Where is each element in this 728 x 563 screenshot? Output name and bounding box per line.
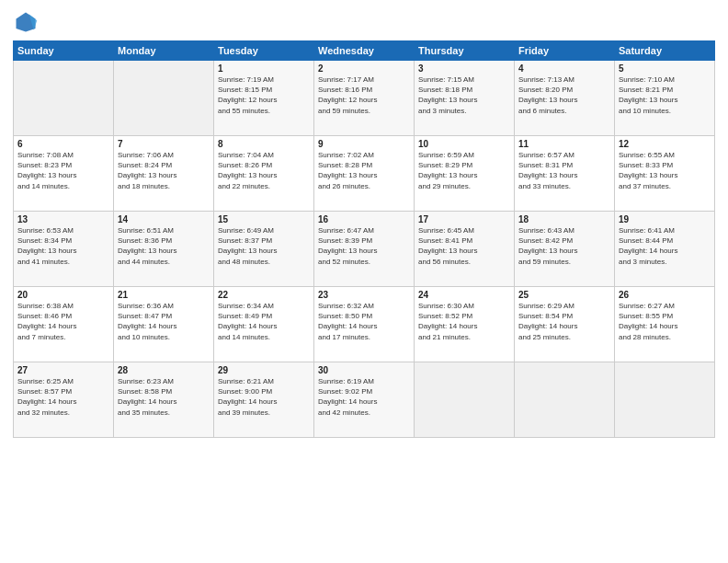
calendar-cell: 26Sunrise: 6:27 AM Sunset: 8:55 PM Dayli… bbox=[615, 287, 715, 362]
weekday-header-friday: Friday bbox=[515, 41, 615, 61]
logo bbox=[13, 9, 42, 35]
day-info: Sunrise: 7:19 AM Sunset: 8:15 PM Dayligh… bbox=[218, 75, 310, 116]
day-info: Sunrise: 6:19 AM Sunset: 9:02 PM Dayligh… bbox=[318, 376, 410, 418]
day-info: Sunrise: 7:15 AM Sunset: 8:18 PM Dayligh… bbox=[418, 75, 510, 116]
weekday-header-tuesday: Tuesday bbox=[214, 41, 314, 61]
calendar-body: 1Sunrise: 7:19 AM Sunset: 8:15 PM Daylig… bbox=[14, 61, 715, 438]
calendar-cell: 4Sunrise: 7:13 AM Sunset: 8:20 PM Daylig… bbox=[515, 61, 615, 136]
calendar-cell: 11Sunrise: 6:57 AM Sunset: 8:31 PM Dayli… bbox=[515, 136, 615, 212]
day-info: Sunrise: 7:13 AM Sunset: 8:20 PM Dayligh… bbox=[518, 75, 610, 116]
day-info: Sunrise: 6:30 AM Sunset: 8:52 PM Dayligh… bbox=[418, 301, 510, 342]
day-number: 23 bbox=[318, 290, 410, 300]
calendar-week-2: 6Sunrise: 7:08 AM Sunset: 8:23 PM Daylig… bbox=[14, 136, 715, 212]
day-number: 18 bbox=[518, 214, 610, 224]
calendar-cell: 10Sunrise: 6:59 AM Sunset: 8:29 PM Dayli… bbox=[415, 136, 515, 212]
day-info: Sunrise: 6:23 AM Sunset: 8:58 PM Dayligh… bbox=[118, 376, 210, 418]
calendar-cell: 13Sunrise: 6:53 AM Sunset: 8:34 PM Dayli… bbox=[14, 212, 114, 287]
day-number: 27 bbox=[17, 365, 109, 375]
day-info: Sunrise: 6:38 AM Sunset: 8:46 PM Dayligh… bbox=[17, 301, 109, 342]
day-number: 26 bbox=[619, 290, 711, 300]
calendar-cell: 17Sunrise: 6:45 AM Sunset: 8:41 PM Dayli… bbox=[415, 212, 515, 287]
day-info: Sunrise: 6:53 AM Sunset: 8:34 PM Dayligh… bbox=[17, 225, 109, 267]
day-number: 4 bbox=[518, 63, 610, 74]
calendar-cell: 3Sunrise: 7:15 AM Sunset: 8:18 PM Daylig… bbox=[415, 61, 515, 136]
calendar-cell: 29Sunrise: 6:21 AM Sunset: 9:00 PM Dayli… bbox=[214, 362, 314, 438]
calendar-cell: 19Sunrise: 6:41 AM Sunset: 8:44 PM Dayli… bbox=[615, 212, 715, 287]
calendar-week-3: 13Sunrise: 6:53 AM Sunset: 8:34 PM Dayli… bbox=[14, 212, 715, 287]
calendar-cell: 15Sunrise: 6:49 AM Sunset: 8:37 PM Dayli… bbox=[214, 212, 314, 287]
day-number: 9 bbox=[318, 139, 410, 149]
calendar-cell: 27Sunrise: 6:25 AM Sunset: 8:57 PM Dayli… bbox=[14, 362, 114, 438]
day-number: 11 bbox=[518, 139, 610, 149]
day-number: 16 bbox=[318, 214, 410, 224]
calendar-table: SundayMondayTuesdayWednesdayThursdayFrid… bbox=[13, 40, 715, 438]
calendar-cell: 9Sunrise: 7:02 AM Sunset: 8:28 PM Daylig… bbox=[314, 136, 415, 212]
weekday-header-sunday: Sunday bbox=[14, 41, 114, 61]
day-number: 20 bbox=[17, 290, 109, 300]
day-info: Sunrise: 7:04 AM Sunset: 8:26 PM Dayligh… bbox=[218, 150, 310, 191]
day-info: Sunrise: 6:36 AM Sunset: 8:47 PM Dayligh… bbox=[118, 301, 210, 342]
day-info: Sunrise: 6:27 AM Sunset: 8:55 PM Dayligh… bbox=[619, 301, 711, 342]
calendar-cell: 21Sunrise: 6:36 AM Sunset: 8:47 PM Dayli… bbox=[114, 287, 214, 362]
day-number: 22 bbox=[218, 290, 310, 300]
calendar-week-5: 27Sunrise: 6:25 AM Sunset: 8:57 PM Dayli… bbox=[14, 362, 715, 438]
calendar-cell: 23Sunrise: 6:32 AM Sunset: 8:50 PM Dayli… bbox=[314, 287, 415, 362]
calendar-week-4: 20Sunrise: 6:38 AM Sunset: 8:46 PM Dayli… bbox=[14, 287, 715, 362]
day-number: 24 bbox=[418, 290, 510, 300]
day-number: 8 bbox=[218, 139, 310, 149]
day-number: 30 bbox=[318, 365, 410, 375]
day-number: 2 bbox=[318, 63, 410, 74]
day-info: Sunrise: 6:49 AM Sunset: 8:37 PM Dayligh… bbox=[218, 225, 310, 267]
calendar-cell: 25Sunrise: 6:29 AM Sunset: 8:54 PM Dayli… bbox=[515, 287, 615, 362]
logo-icon bbox=[13, 9, 39, 35]
calendar-cell: 8Sunrise: 7:04 AM Sunset: 8:26 PM Daylig… bbox=[214, 136, 314, 212]
weekday-header-row: SundayMondayTuesdayWednesdayThursdayFrid… bbox=[14, 41, 715, 61]
day-info: Sunrise: 6:45 AM Sunset: 8:41 PM Dayligh… bbox=[418, 225, 510, 267]
calendar-cell: 6Sunrise: 7:08 AM Sunset: 8:23 PM Daylig… bbox=[14, 136, 114, 212]
header bbox=[13, 9, 715, 35]
page: SundayMondayTuesdayWednesdayThursdayFrid… bbox=[0, 0, 728, 563]
calendar-cell: 1Sunrise: 7:19 AM Sunset: 8:15 PM Daylig… bbox=[214, 61, 314, 136]
day-number: 7 bbox=[118, 139, 210, 149]
calendar-header: SundayMondayTuesdayWednesdayThursdayFrid… bbox=[14, 41, 715, 61]
day-number: 25 bbox=[518, 290, 610, 300]
day-info: Sunrise: 7:08 AM Sunset: 8:23 PM Dayligh… bbox=[17, 150, 109, 191]
calendar-cell: 24Sunrise: 6:30 AM Sunset: 8:52 PM Dayli… bbox=[415, 287, 515, 362]
day-number: 14 bbox=[118, 214, 210, 224]
calendar-cell: 12Sunrise: 6:55 AM Sunset: 8:33 PM Dayli… bbox=[615, 136, 715, 212]
weekday-header-thursday: Thursday bbox=[415, 41, 515, 61]
calendar-cell: 18Sunrise: 6:43 AM Sunset: 8:42 PM Dayli… bbox=[515, 212, 615, 287]
day-number: 15 bbox=[218, 214, 310, 224]
day-info: Sunrise: 6:21 AM Sunset: 9:00 PM Dayligh… bbox=[218, 376, 310, 418]
day-number: 28 bbox=[118, 365, 210, 375]
weekday-header-saturday: Saturday bbox=[615, 41, 715, 61]
day-info: Sunrise: 6:29 AM Sunset: 8:54 PM Dayligh… bbox=[518, 301, 610, 342]
calendar-cell bbox=[415, 362, 515, 438]
day-info: Sunrise: 7:10 AM Sunset: 8:21 PM Dayligh… bbox=[619, 75, 711, 116]
calendar-cell: 14Sunrise: 6:51 AM Sunset: 8:36 PM Dayli… bbox=[114, 212, 214, 287]
calendar-cell: 30Sunrise: 6:19 AM Sunset: 9:02 PM Dayli… bbox=[314, 362, 415, 438]
day-info: Sunrise: 7:17 AM Sunset: 8:16 PM Dayligh… bbox=[318, 75, 410, 116]
day-info: Sunrise: 6:41 AM Sunset: 8:44 PM Dayligh… bbox=[619, 225, 711, 267]
calendar-cell: 16Sunrise: 6:47 AM Sunset: 8:39 PM Dayli… bbox=[314, 212, 415, 287]
day-number: 17 bbox=[418, 214, 510, 224]
day-info: Sunrise: 6:47 AM Sunset: 8:39 PM Dayligh… bbox=[318, 225, 410, 267]
day-number: 3 bbox=[418, 63, 510, 74]
day-number: 5 bbox=[619, 63, 711, 74]
weekday-header-monday: Monday bbox=[114, 41, 214, 61]
weekday-header-wednesday: Wednesday bbox=[314, 41, 415, 61]
calendar-cell bbox=[515, 362, 615, 438]
day-info: Sunrise: 6:57 AM Sunset: 8:31 PM Dayligh… bbox=[518, 150, 610, 191]
calendar-cell: 22Sunrise: 6:34 AM Sunset: 8:49 PM Dayli… bbox=[214, 287, 314, 362]
day-number: 12 bbox=[619, 139, 711, 149]
day-info: Sunrise: 6:51 AM Sunset: 8:36 PM Dayligh… bbox=[118, 225, 210, 267]
day-info: Sunrise: 6:55 AM Sunset: 8:33 PM Dayligh… bbox=[619, 150, 711, 191]
day-info: Sunrise: 6:43 AM Sunset: 8:42 PM Dayligh… bbox=[518, 225, 610, 267]
day-number: 6 bbox=[17, 139, 109, 149]
calendar-cell: 5Sunrise: 7:10 AM Sunset: 8:21 PM Daylig… bbox=[615, 61, 715, 136]
day-info: Sunrise: 6:25 AM Sunset: 8:57 PM Dayligh… bbox=[17, 376, 109, 418]
calendar-cell: 2Sunrise: 7:17 AM Sunset: 8:16 PM Daylig… bbox=[314, 61, 415, 136]
day-number: 10 bbox=[418, 139, 510, 149]
day-number: 19 bbox=[619, 214, 711, 224]
calendar-cell: 20Sunrise: 6:38 AM Sunset: 8:46 PM Dayli… bbox=[14, 287, 114, 362]
